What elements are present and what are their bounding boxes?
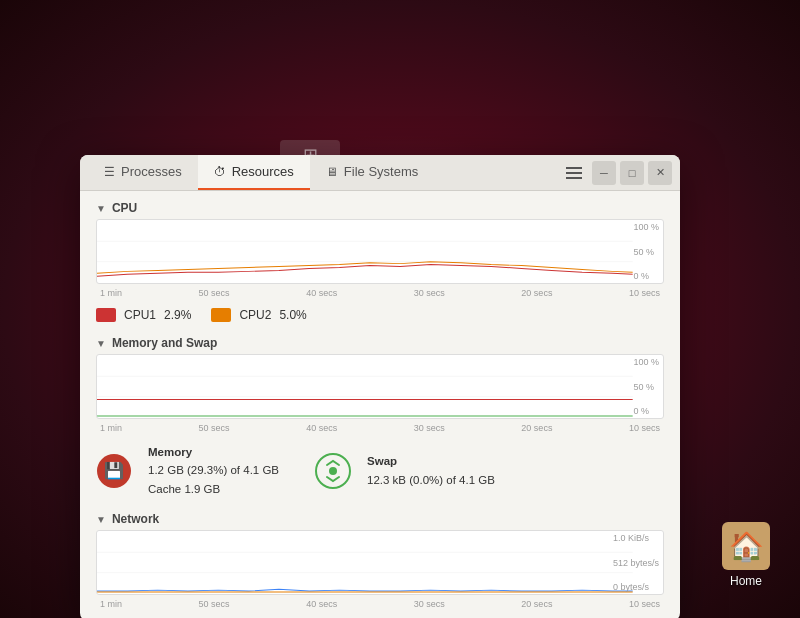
cpu-legend: CPU1 2.9% CPU2 5.0% xyxy=(96,304,664,326)
memory-time-labels: 1 min 50 secs 40 secs 30 secs 20 secs 10… xyxy=(96,423,664,433)
resources-icon: ⏱ xyxy=(214,165,226,179)
swap-info-text: Swap 12.3 kB (0.0%) of 4.1 GB xyxy=(367,452,495,489)
memory-chart-labels-right: 100 % 50 % 0 % xyxy=(633,355,659,418)
content-area: ▼ CPU 100 % 50 % 0 % xyxy=(80,191,680,618)
home-folder-icon: 🏠 xyxy=(722,522,770,570)
network-toggle[interactable]: ▼ xyxy=(96,514,106,525)
filesystems-icon: 🖥 xyxy=(326,165,338,179)
cpu2-color xyxy=(211,308,231,322)
memory-info-text: Memory 1.2 GB (29.3%) of 4.1 GB Cache 1.… xyxy=(148,443,279,498)
cpu1-label: CPU1 xyxy=(124,308,156,322)
cpu2-legend: CPU2 5.0% xyxy=(211,308,306,322)
titlebar: ☰ Processes ⏱ Resources 🖥 File Systems ─… xyxy=(80,155,680,191)
network-section-header: ▼ Network xyxy=(96,512,664,526)
memory-chart-svg xyxy=(97,355,663,418)
tab-processes[interactable]: ☰ Processes xyxy=(88,155,198,190)
cpu-section: ▼ CPU 100 % 50 % 0 % xyxy=(96,201,664,326)
cpu-chart-labels-right: 100 % 50 % 0 % xyxy=(633,220,659,283)
memory-info-row: 💾 Memory 1.2 GB (29.3%) of 4.1 GB Cache … xyxy=(96,439,664,502)
window-controls: ─ □ ✕ xyxy=(592,161,672,185)
memory-section-header: ▼ Memory and Swap xyxy=(96,336,664,350)
tab-filesystems[interactable]: 🖥 File Systems xyxy=(310,155,434,190)
cpu-time-labels: 1 min 50 secs 40 secs 30 secs 20 secs 10… xyxy=(96,288,664,298)
network-chart-labels-right: 1.0 KiB/s 512 bytes/s 0 bytes/s xyxy=(613,531,659,594)
cpu-section-header: ▼ CPU xyxy=(96,201,664,215)
home-icon-label: Home xyxy=(730,574,762,588)
cpu1-legend: CPU1 2.9% xyxy=(96,308,191,322)
swap-info-label: Swap xyxy=(367,455,397,467)
tab-filesystems-label: File Systems xyxy=(344,164,418,179)
home-desktop-icon[interactable]: 🏠 Home xyxy=(722,522,770,588)
cpu2-value: 5.0% xyxy=(279,308,306,322)
network-title: Network xyxy=(112,512,159,526)
cpu2-label: CPU2 xyxy=(239,308,271,322)
cpu-label-0: 0 % xyxy=(633,271,659,281)
swap-info-detail1: 12.3 kB (0.0%) of 4.1 GB xyxy=(367,474,495,486)
memory-icon: 💾 xyxy=(96,453,132,489)
network-chart: 1.0 KiB/s 512 bytes/s 0 bytes/s xyxy=(96,530,664,595)
tab-resources[interactable]: ⏱ Resources xyxy=(198,155,310,190)
processes-icon: ☰ xyxy=(104,165,115,179)
memory-toggle[interactable]: ▼ xyxy=(96,338,106,349)
maximize-button[interactable]: □ xyxy=(620,161,644,185)
cpu-chart-svg xyxy=(97,220,663,283)
tab-processes-label: Processes xyxy=(121,164,182,179)
tab-resources-label: Resources xyxy=(232,164,294,179)
svg-text:💾: 💾 xyxy=(104,461,124,480)
cpu-toggle[interactable]: ▼ xyxy=(96,203,106,214)
cpu-label-50: 50 % xyxy=(633,247,659,257)
tab-bar: ☰ Processes ⏱ Resources 🖥 File Systems xyxy=(88,155,560,190)
hamburger-icon xyxy=(566,167,582,179)
cpu1-color xyxy=(96,308,116,322)
network-section: ▼ Network 1.0 KiB/s 512 bytes/s 0 bytes/… xyxy=(96,512,664,618)
memory-title: Memory and Swap xyxy=(112,336,217,350)
cpu1-value: 2.9% xyxy=(164,308,191,322)
system-monitor-window: ☰ Processes ⏱ Resources 🖥 File Systems ─… xyxy=(80,155,680,618)
memory-info-detail1: 1.2 GB (29.3%) of 4.1 GB xyxy=(148,464,279,476)
memory-chart: 100 % 50 % 0 % xyxy=(96,354,664,419)
network-time-labels: 1 min 50 secs 40 secs 30 secs 20 secs 10… xyxy=(96,599,664,609)
cpu-label-100: 100 % xyxy=(633,222,659,232)
memory-section: ▼ Memory and Swap 100 % 50 % 0 % xyxy=(96,336,664,502)
swap-icon xyxy=(315,453,351,489)
memory-info-label: Memory xyxy=(148,446,192,458)
menu-button[interactable] xyxy=(560,159,588,187)
network-chart-svg xyxy=(97,531,663,594)
cpu-chart: 100 % 50 % 0 % xyxy=(96,219,664,284)
cpu-title: CPU xyxy=(112,201,137,215)
memory-info-detail2: Cache 1.9 GB xyxy=(148,483,220,495)
svg-point-7 xyxy=(329,467,337,475)
minimize-button[interactable]: ─ xyxy=(592,161,616,185)
close-button[interactable]: ✕ xyxy=(648,161,672,185)
